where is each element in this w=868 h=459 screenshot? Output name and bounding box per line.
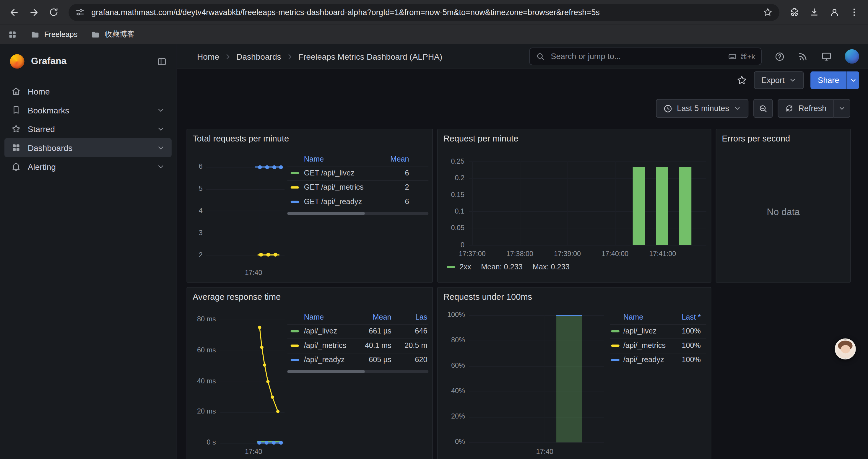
bar-2xx	[679, 167, 691, 245]
url-input[interactable]	[90, 7, 757, 17]
panel-title[interactable]: Request per minute	[443, 134, 518, 144]
panel-title[interactable]: Total requests per minute	[193, 134, 289, 144]
series-name[interactable]: /api/_livez	[304, 326, 337, 336]
gridline	[469, 417, 604, 418]
series-last: 100%	[682, 326, 701, 336]
legend-item-2xx[interactable]: 2xx	[447, 263, 471, 271]
gridline	[469, 228, 706, 228]
series-color-swatch	[611, 359, 620, 361]
apps-grid-icon[interactable]	[8, 30, 17, 39]
series-name[interactable]: /api/_readyz	[304, 355, 345, 365]
help-button[interactable]	[774, 51, 785, 62]
panel-title[interactable]: Errors per second	[722, 134, 790, 144]
no-data-message: No data	[716, 207, 850, 218]
scrollbar-thumb[interactable]	[287, 212, 365, 215]
legend-header-name[interactable]: Name	[623, 313, 643, 323]
bar-2xx	[656, 167, 668, 245]
series-name[interactable]: /api/_readyz	[623, 355, 664, 365]
sidebar-item-dashboards[interactable]: Dashboards	[4, 138, 172, 157]
share-button[interactable]: Share	[811, 71, 846, 89]
downloads-button[interactable]	[805, 3, 824, 22]
sidebar-item-bookmarks[interactable]: Bookmarks	[4, 101, 172, 120]
legend-header: Name Mean Las	[287, 312, 428, 324]
sidebar-item-starred[interactable]: Starred	[4, 119, 172, 138]
clock-icon	[663, 104, 673, 113]
export-button[interactable]: Export	[754, 71, 804, 89]
chevron-down-icon[interactable]	[157, 106, 165, 114]
series-mean: 2	[405, 183, 409, 193]
legend-header-name[interactable]: Name	[304, 154, 324, 164]
tv-mode-button[interactable]	[821, 51, 832, 62]
search-input[interactable]	[550, 52, 723, 61]
legend-header-last[interactable]: Last *	[682, 313, 701, 323]
user-avatar[interactable]	[845, 49, 859, 64]
chevron-down-icon[interactable]	[157, 162, 165, 171]
news-rss-button[interactable]	[798, 51, 808, 62]
share-menu-button[interactable]	[846, 71, 859, 89]
sidebar-collapse-button[interactable]	[157, 56, 167, 67]
sidebar-item-home[interactable]: Home	[4, 82, 172, 101]
breadcrumb-home[interactable]: Home	[197, 52, 219, 61]
search-bar[interactable]: ⌘+k	[529, 47, 762, 65]
series-color-swatch	[447, 266, 455, 268]
grafana-logo-icon[interactable]	[10, 54, 25, 68]
profile-button[interactable]	[825, 3, 844, 22]
series-name[interactable]: /api/_metrics	[623, 340, 665, 351]
breadcrumb-dashboards[interactable]: Dashboards	[236, 52, 281, 61]
legend-table: Name Last * /api/_livez 100% /api/_metri…	[610, 312, 706, 367]
series-mean: 6	[405, 168, 409, 178]
gridline	[206, 189, 284, 190]
series-name[interactable]: GET /api/_metrics	[304, 183, 364, 193]
address-bar[interactable]	[68, 4, 779, 21]
legend-header-mean[interactable]: Mean	[373, 313, 391, 323]
percent-bar	[556, 315, 582, 442]
forward-icon	[28, 7, 39, 18]
series-name[interactable]: GET /api/_livez	[304, 168, 354, 178]
extensions-button[interactable]	[785, 3, 804, 22]
gridline	[206, 210, 284, 211]
refresh-interval-button[interactable]	[834, 99, 850, 118]
gridline	[469, 162, 706, 162]
series-name[interactable]: /api/_livez	[623, 326, 657, 336]
site-settings-icon[interactable]	[75, 7, 85, 17]
series-name[interactable]: GET /api/_readyz	[304, 197, 362, 207]
panel-title[interactable]: Requests under 100ms	[443, 292, 532, 302]
legend-header-last[interactable]: Las	[415, 313, 428, 323]
gridline	[469, 195, 706, 195]
legend-header-name[interactable]: Name	[304, 313, 324, 323]
browser-menu-button[interactable]	[845, 3, 864, 22]
y-tick: 5	[191, 185, 203, 193]
forward-button[interactable]	[24, 3, 43, 22]
sidebar-item-alerting[interactable]: Alerting	[4, 157, 172, 176]
chevron-down-icon	[849, 76, 857, 84]
favorite-dashboard-button[interactable]	[737, 75, 747, 86]
legend-scrollbar[interactable]	[287, 370, 428, 373]
panel-request-per-minute: Request per minute 0.25 0.2 0.15 0.1 0.0…	[437, 129, 711, 282]
y-tick: 100%	[440, 311, 465, 319]
time-range-picker[interactable]: Last 5 minutes	[656, 99, 748, 118]
chevron-down-icon[interactable]	[157, 143, 165, 152]
bookmark-folder-blogs[interactable]: 收藏博客	[91, 29, 134, 39]
panel-errors-per-second: Errors per second No data	[716, 129, 851, 282]
assistant-avatar[interactable]	[835, 338, 856, 359]
gridline	[260, 160, 260, 259]
kebab-menu-icon	[849, 7, 859, 17]
zoom-out-button[interactable]	[754, 99, 773, 118]
main-area: Home Dashboards Freeleaps Metrics Dashbo…	[177, 44, 868, 459]
legend-scrollbar[interactable]	[287, 212, 428, 215]
bookmark-star-icon[interactable]	[763, 7, 773, 17]
breadcrumb-current: Freeleaps Metrics Dashboard (ALPHA)	[299, 52, 442, 61]
export-label: Export	[761, 76, 785, 85]
chevron-down-icon[interactable]	[157, 125, 165, 133]
home-icon	[11, 86, 21, 96]
refresh-button[interactable]: Refresh	[778, 99, 834, 118]
scrollbar-thumb[interactable]	[287, 370, 365, 373]
folder-icon	[30, 30, 40, 39]
series-name[interactable]: /api/_metrics	[304, 340, 346, 351]
gridline	[545, 315, 546, 442]
legend: 2xx Mean: 0.233 Max: 0.233	[447, 263, 569, 271]
legend-header-mean[interactable]: Mean	[390, 154, 409, 164]
back-button[interactable]	[4, 3, 23, 22]
bookmark-folder-freeleaps[interactable]: Freeleaps	[30, 30, 78, 39]
reload-button[interactable]	[44, 3, 63, 22]
